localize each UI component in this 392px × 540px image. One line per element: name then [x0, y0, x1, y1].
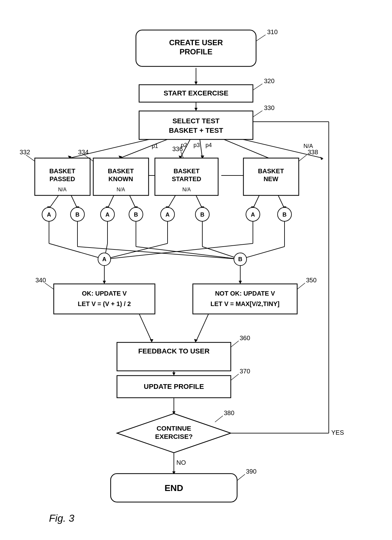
basket-known-na: N/A: [117, 187, 125, 192]
continue-label1: CONTINUE: [156, 425, 191, 432]
yes-label: YES: [331, 429, 344, 436]
p4-label: p4: [205, 142, 212, 148]
basket-known-b: B: [134, 212, 138, 218]
basket-passed-na: N/A: [58, 187, 67, 192]
ref-310: 310: [267, 28, 278, 35]
svg-rect-79: [139, 111, 253, 139]
ref-330: 330: [264, 104, 274, 111]
svg-text:A: A: [102, 256, 107, 262]
not-ok-update-label2: LET V = MAX[V/2,TINY]: [211, 300, 279, 307]
basket-passed-b: B: [76, 212, 80, 218]
svg-rect-99: [193, 284, 297, 314]
ref-380: 380: [224, 409, 234, 416]
basket-known-label2: KNOWN: [108, 175, 133, 182]
ref-336: 336: [172, 145, 183, 152]
create-user-profile-label2: PROFILE: [180, 47, 212, 56]
feedback-label1: FEEDBACK TO USER: [138, 347, 210, 355]
ref-390: 390: [246, 468, 256, 475]
create-user-profile-label: CREATE USER: [169, 38, 223, 47]
basket-started-label1: BASKET: [174, 168, 199, 175]
basket-started-a: A: [166, 212, 170, 218]
basket-known-label1: BASKET: [108, 168, 134, 175]
flowchart-diagram: A B NO YES CREATE USER PROFILE 310 START…: [0, 0, 392, 540]
na-top-label: N/A: [303, 143, 313, 149]
select-test-label2: BASKET + TEST: [169, 126, 223, 134]
ref-332: 332: [20, 149, 30, 156]
basket-passed-a: A: [47, 212, 51, 218]
not-ok-update-label1: NOT OK: UPDATE V: [215, 290, 275, 297]
select-test-label1: SELECT TEST: [172, 117, 220, 125]
p1-label: p1: [152, 143, 158, 149]
ref-360: 360: [240, 334, 250, 341]
ref-370: 370: [240, 368, 250, 375]
basket-new-label2: NEW: [264, 175, 279, 182]
start-exercise-label: START EXCERCISE: [164, 89, 229, 97]
basket-started-na: N/A: [182, 187, 191, 192]
svg-rect-97: [54, 284, 155, 314]
ref-350: 350: [306, 277, 316, 284]
basket-new-label1: BASKET: [258, 168, 284, 175]
ref-334: 334: [78, 149, 89, 156]
basket-known-a: A: [106, 212, 110, 218]
update-profile-label: UPDATE PROFILE: [144, 383, 204, 390]
ok-update-label2: LET V = (V + 1) / 2: [78, 300, 131, 307]
basket-started-label2: STARTED: [172, 175, 201, 182]
ref-340: 340: [35, 277, 46, 284]
end-label: END: [164, 483, 183, 493]
p3-label: p3: [193, 142, 200, 148]
basket-new-a: A: [251, 212, 255, 218]
basket-passed-label1: BASKET: [49, 168, 75, 175]
continue-label2: EXERCISE?: [155, 433, 193, 440]
fig3-label: Fig. 3: [49, 512, 74, 524]
basket-passed-label2: PASSED: [50, 175, 75, 182]
ref-320: 320: [264, 77, 274, 84]
ok-update-label1: OK: UPDATE V: [82, 290, 127, 297]
svg-text:B: B: [238, 256, 242, 262]
no-label: NO: [176, 459, 186, 466]
svg-rect-101: [117, 342, 231, 371]
basket-new-b: B: [283, 212, 287, 218]
basket-started-b: B: [200, 212, 205, 218]
ref-338: 338: [308, 149, 318, 156]
